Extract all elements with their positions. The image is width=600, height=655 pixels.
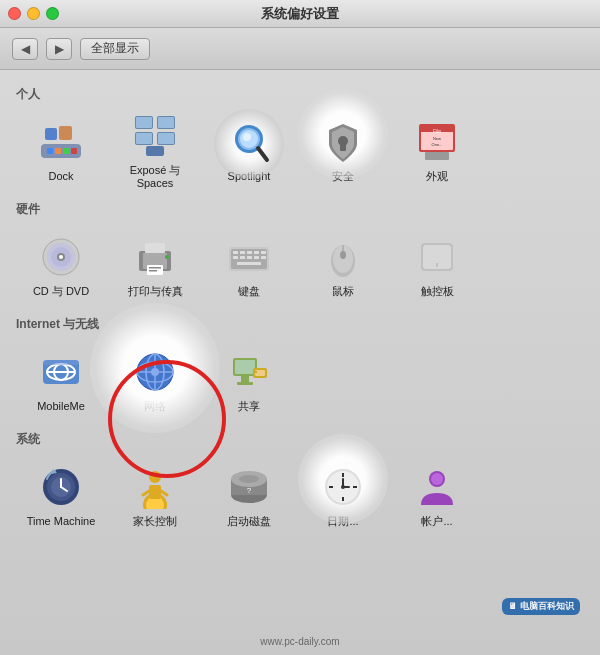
trackpad-label: 触控板: [421, 285, 454, 298]
svg-rect-47: [240, 251, 245, 254]
print-label: 打印与传真: [128, 285, 183, 298]
network-item[interactable]: 网络: [110, 341, 200, 421]
accounts-icon: [413, 463, 461, 511]
svg-rect-54: [254, 256, 259, 259]
network-icon: [131, 348, 179, 396]
appearance-item[interactable]: File New One... 外观: [392, 111, 482, 191]
traffic-lights: [8, 7, 59, 20]
security-icon: [319, 118, 367, 166]
svg-text:New: New: [433, 136, 441, 141]
svg-rect-42: [149, 270, 157, 272]
svg-rect-79: [237, 382, 253, 385]
accounts-item[interactable]: 帐户...: [392, 456, 482, 536]
expose-label: Exposé 与Spaces: [130, 164, 181, 190]
svg-point-43: [165, 255, 169, 259]
svg-rect-55: [261, 256, 266, 259]
parental-icon: [131, 463, 179, 511]
mouse-label: 鼠标: [332, 285, 354, 298]
svg-rect-7: [71, 148, 77, 154]
svg-rect-51: [233, 256, 238, 259]
svg-rect-3: [59, 126, 72, 140]
show-all-button[interactable]: 全部显示: [80, 38, 150, 60]
dock-item[interactable]: Dock: [16, 111, 106, 191]
mouse-icon: [319, 233, 367, 281]
svg-point-75: [151, 368, 159, 376]
svg-text:One...: One...: [432, 142, 443, 147]
print-icon: [131, 233, 179, 281]
svg-rect-52: [240, 256, 245, 259]
keyboard-label: 键盘: [238, 285, 260, 298]
date-item[interactable]: 日期...: [298, 456, 388, 536]
svg-rect-77: [235, 360, 255, 374]
svg-rect-92: [149, 485, 161, 499]
trackpad-item[interactable]: 触控板: [392, 226, 482, 306]
svg-rect-48: [247, 251, 252, 254]
watermark: 🖥 电脑百科知识: [502, 598, 580, 615]
print-item[interactable]: 打印与传真: [110, 226, 200, 306]
keyboard-icon: [225, 233, 273, 281]
mouse-item[interactable]: 鼠标: [298, 226, 388, 306]
section-personal-label: 个人: [16, 86, 584, 103]
timemachine-label: Time Machine: [27, 515, 96, 528]
expose-icon: [131, 112, 179, 160]
svg-rect-12: [146, 146, 164, 156]
section-system-label: 系统: [16, 431, 584, 448]
appearance-label: 外观: [426, 170, 448, 183]
sharing-icon: [225, 348, 273, 396]
spotlight-icon: [225, 118, 273, 166]
appearance-icon: File New One...: [413, 118, 461, 166]
sharing-item[interactable]: 共享: [204, 341, 294, 421]
sharing-label: 共享: [238, 400, 260, 413]
svg-point-91: [149, 471, 161, 483]
svg-rect-56: [237, 262, 261, 265]
svg-rect-14: [158, 117, 174, 128]
svg-point-110: [431, 473, 443, 485]
bottom-url: www.pc-daily.com: [260, 636, 339, 647]
svg-point-21: [243, 133, 251, 141]
maximize-button[interactable]: [46, 7, 59, 20]
trackpad-icon: [413, 233, 461, 281]
svg-rect-41: [149, 267, 161, 269]
main-content: 个人 Dock: [0, 70, 600, 655]
svg-rect-23: [340, 143, 346, 151]
svg-rect-49: [254, 251, 259, 254]
mobileme-label: MobileMe: [37, 400, 85, 413]
keyboard-item[interactable]: 键盘: [204, 226, 294, 306]
svg-rect-53: [247, 256, 252, 259]
system-grid: Time Machine 家长控制: [16, 456, 584, 536]
toolbar: ◀ ▶ 全部显示: [0, 28, 600, 70]
svg-rect-68: [43, 360, 79, 365]
svg-rect-46: [233, 251, 238, 254]
startup-label: 启动磁盘: [227, 515, 271, 528]
window-title: 系统偏好设置: [261, 5, 339, 23]
svg-rect-16: [158, 133, 174, 144]
svg-point-108: [341, 485, 345, 489]
svg-rect-50: [261, 251, 266, 254]
svg-line-93: [143, 491, 149, 495]
back-button[interactable]: ◀: [12, 38, 38, 60]
svg-rect-4: [47, 148, 53, 154]
close-button[interactable]: [8, 7, 21, 20]
svg-rect-15: [136, 133, 152, 144]
expose-item[interactable]: Exposé 与Spaces: [110, 111, 200, 191]
spotlight-item[interactable]: Spotlight: [204, 111, 294, 191]
forward-button[interactable]: ▶: [46, 38, 72, 60]
parental-item[interactable]: 家长控制: [110, 456, 200, 536]
personal-grid: Dock Exposé 与Spaces: [16, 111, 584, 191]
svg-rect-2: [45, 128, 57, 140]
startup-item[interactable]: ? 启动磁盘: [204, 456, 294, 536]
minimize-button[interactable]: [27, 7, 40, 20]
timemachine-item[interactable]: Time Machine: [16, 456, 106, 536]
svg-text:File: File: [433, 128, 441, 134]
svg-rect-6: [63, 148, 69, 154]
watermark-text: 🖥 电脑百科知识: [508, 600, 574, 613]
svg-line-94: [161, 491, 167, 495]
svg-point-98: [239, 475, 259, 483]
security-item[interactable]: 安全: [298, 111, 388, 191]
cddvd-item[interactable]: CD 与 DVD: [16, 226, 106, 306]
cddvd-icon: [37, 233, 85, 281]
svg-point-60: [340, 251, 346, 259]
section-hardware-label: 硬件: [16, 201, 584, 218]
date-icon: [319, 463, 367, 511]
dock-icon: [37, 118, 85, 166]
